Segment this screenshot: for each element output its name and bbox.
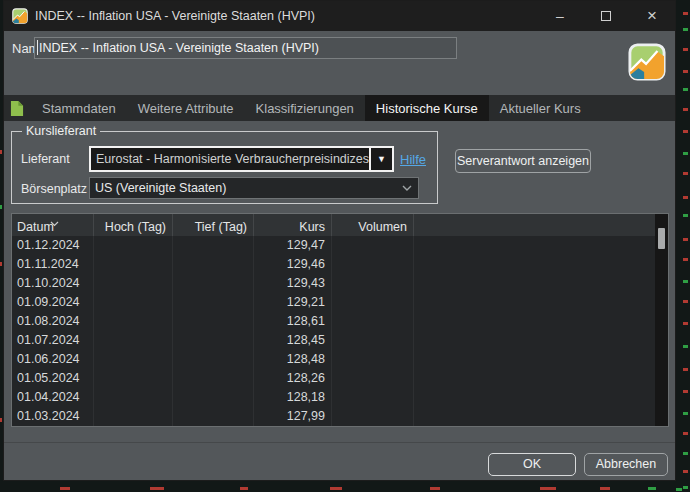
cell-tief-tag [173,274,254,293]
background-app-fragment [600,487,610,490]
cell-kurs: 128,61 [254,312,332,331]
row-filler [414,350,668,369]
cell-datum: 01.12.2024 [12,236,94,255]
cell-tief-tag [173,236,254,255]
background-app-fragment [330,487,342,490]
cell-volumen [332,236,414,255]
background-app-fragment [683,486,688,489]
column-header-volumen[interactable]: Volumen [332,214,414,236]
cell-hoch-tag [94,407,173,426]
cell-kurs: 128,45 [254,331,332,350]
cell-tief-tag [173,293,254,312]
row-filler [414,407,668,426]
background-app-fragment [683,70,688,73]
close-button[interactable]: × [629,1,675,31]
table-row[interactable]: 01.10.2024129,43 [12,274,668,293]
background-app-fragment [676,488,682,491]
window-controls: – × [537,1,675,31]
hilfe-link[interactable]: Hilfe [400,152,426,167]
maximize-icon [601,11,611,21]
cell-hoch-tag [94,293,173,312]
cell-tief-tag [173,388,254,407]
table-row[interactable]: 01.09.2024129,21 [12,293,668,312]
background-app-fragment [683,196,688,199]
lieferant-dropdown[interactable]: Eurostat - Harmonisierte Verbraucherprei… [89,146,394,172]
minimize-button[interactable]: – [537,1,583,31]
price-table-body: 01.12.2024129,4701.11.2024129,4601.10.20… [12,236,668,426]
background-app-fragment [683,280,688,283]
background-app-fragment [540,487,556,490]
background-app-fragment [430,487,440,490]
tab-klassifizierungen[interactable]: Klassifizierungen [245,95,365,121]
background-app-fragment [683,238,688,241]
cell-datum: 01.08.2024 [12,312,94,331]
tab-bar: Stammdaten Weitere Attribute Klassifizie… [4,95,675,121]
column-header-tief[interactable]: Tief (Tag) [173,214,254,236]
cell-volumen [332,293,414,312]
cell-kurs: 127,99 [254,407,332,426]
background-app-fragment [683,172,688,175]
background-app-fragment [683,28,688,31]
table-row[interactable]: 01.08.2024128,61 [12,312,668,331]
cell-tief-tag [173,350,254,369]
background-app-fragment [0,262,2,266]
background-app-fragment [0,205,2,209]
boersenplatz-dropdown[interactable]: US (Vereinigte Staaten) [89,177,419,199]
background-app-fragment [683,368,688,371]
cell-hoch-tag [94,255,173,274]
column-header-filler [414,214,668,236]
background-app-fragment [683,152,688,155]
cell-hoch-tag [94,350,173,369]
row-filler [414,312,668,331]
sort-descending-icon [50,214,59,232]
cancel-button[interactable]: Abbrechen [584,453,668,476]
name-input[interactable]: INDEX -- Inflation USA - Vereinigte Staa… [34,37,457,59]
table-header: Datum Hoch (Tag) Tief (Tag) Kurs Volumen [12,214,668,236]
document-icon [10,95,24,121]
scrollbar-thumb[interactable] [658,228,665,249]
background-app-fragment [683,322,688,325]
table-row[interactable]: 01.06.2024128,48 [12,350,668,369]
cell-tief-tag [173,407,254,426]
cell-volumen [332,350,414,369]
tab-aktueller-kurs[interactable]: Aktueller Kurs [489,95,592,121]
cell-volumen [332,388,414,407]
table-row[interactable]: 01.04.2024128,18 [12,388,668,407]
background-app-fragment [648,487,656,490]
cell-volumen [332,274,414,293]
tab-weitere-attribute[interactable]: Weitere Attribute [127,95,245,121]
background-app-fragment [683,214,688,217]
cell-volumen [332,407,414,426]
vertical-scrollbar[interactable] [655,214,668,426]
window-title: INDEX -- Inflation USA - Vereinigte Staa… [35,9,315,23]
background-app-fragment [683,300,688,303]
cell-hoch-tag [94,312,173,331]
table-row[interactable]: 01.03.2024127,99 [12,407,668,426]
groupbox-legend: Kurslieferant [22,124,100,138]
cell-hoch-tag [94,331,173,350]
cell-hoch-tag [94,388,173,407]
column-header-datum[interactable]: Datum [12,214,94,236]
maximize-button[interactable] [583,1,629,31]
column-header-kurs[interactable]: Kurs [254,214,332,236]
tab-historische-kurse[interactable]: Historische Kurse [365,95,489,121]
cell-datum: 01.04.2024 [12,388,94,407]
dropdown-arrow-icon[interactable]: ▼ [369,148,392,170]
lieferant-value: Eurostat - Harmonisierte Verbraucherprei… [91,148,369,170]
table-row[interactable]: 01.12.2024129,47 [12,236,668,255]
background-app-fragment [683,258,688,261]
column-header-hoch[interactable]: Hoch (Tag) [94,214,173,236]
app-logo-icon [12,8,28,24]
table-row[interactable]: 01.07.2024128,45 [12,331,668,350]
background-app-fragment [683,88,688,91]
serverantwort-button[interactable]: Serverantwort anzeigen [455,149,591,173]
background-app-fragment [0,418,2,422]
cell-datum: 01.11.2024 [12,255,94,274]
ok-button[interactable]: OK [488,453,576,476]
tab-stammdaten[interactable]: Stammdaten [31,95,127,121]
background-app-fragment [683,432,688,435]
cell-kurs: 128,48 [254,350,332,369]
table-row[interactable]: 01.11.2024129,46 [12,255,668,274]
table-row[interactable]: 01.05.2024128,26 [12,369,668,388]
background-app-fragment [683,108,688,111]
